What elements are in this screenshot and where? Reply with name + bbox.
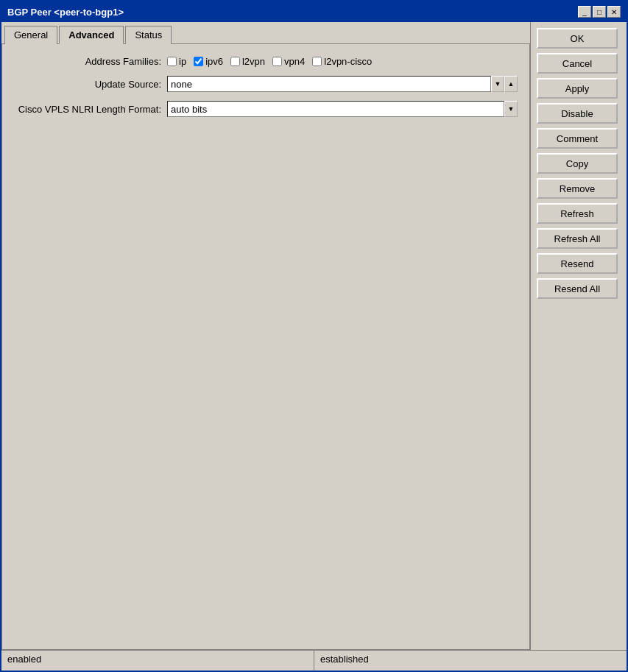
tab-content-advanced: Address Families: ip ipv6 l2vpn: [1, 43, 530, 650]
checkbox-ip-label: ip: [179, 56, 186, 67]
checkbox-l2vpn-cisco-input[interactable]: [312, 57, 322, 66]
close-button[interactable]: ✕: [607, 6, 621, 18]
checkbox-l2vpn-input[interactable]: [230, 57, 240, 66]
update-source-up-btn[interactable]: ▲: [504, 76, 518, 92]
cisco-vpls-label: Cisco VPLS NLRI Length Format:: [14, 104, 161, 115]
checkbox-l2vpn-cisco[interactable]: l2vpn-cisco: [312, 56, 372, 67]
checkbox-ipv6[interactable]: ipv6: [194, 56, 223, 67]
apply-button[interactable]: Apply: [537, 78, 618, 99]
checkbox-ipv6-input[interactable]: [194, 57, 203, 66]
resend-button[interactable]: Resend: [537, 253, 618, 274]
copy-button[interactable]: Copy: [537, 153, 618, 174]
address-families-row: Address Families: ip ipv6 l2vpn: [14, 56, 518, 67]
status-right: established: [314, 651, 627, 671]
cisco-vpls-select[interactable]: auto bits: [167, 101, 504, 117]
title-bar-buttons: _ □ ✕: [578, 6, 621, 18]
update-source-container: none ▼ ▲: [167, 76, 518, 92]
comment-button[interactable]: Comment: [537, 128, 618, 149]
disable-button[interactable]: Disable: [537, 103, 618, 124]
minimize-button[interactable]: _: [578, 6, 591, 18]
checkbox-ip[interactable]: ip: [167, 56, 186, 67]
cisco-vpls-row: Cisco VPLS NLRI Length Format: auto bits…: [14, 101, 518, 117]
checkbox-vpn4-input[interactable]: [272, 57, 282, 66]
checkbox-vpn4-label: vpn4: [284, 56, 305, 67]
cisco-vpls-container: auto bits ▼: [167, 101, 518, 117]
right-panel: OK Cancel Apply Disable Comment Copy Rem…: [531, 22, 627, 650]
ok-button[interactable]: OK: [537, 28, 618, 49]
checkbox-l2vpn-label: l2vpn: [242, 56, 265, 67]
status-bar: enabled established: [1, 650, 627, 671]
tab-status[interactable]: Status: [125, 26, 172, 44]
address-families-group: ip ipv6 l2vpn vpn4: [167, 56, 372, 67]
refresh-all-button[interactable]: Refresh All: [537, 228, 618, 249]
main-content: General Advanced Status Address Families…: [1, 22, 627, 650]
cisco-vpls-dropdown-btn[interactable]: ▼: [504, 101, 518, 117]
update-source-row: Update Source: none ▼ ▲: [14, 76, 518, 92]
status-left: enabled: [1, 651, 314, 671]
title-bar: BGP Peer <peer-to-bgp1> _ □ ✕: [1, 1, 627, 22]
update-source-select[interactable]: none: [167, 76, 491, 92]
tab-bar: General Advanced Status: [1, 22, 530, 43]
tab-advanced[interactable]: Advanced: [59, 26, 124, 44]
refresh-button[interactable]: Refresh: [537, 203, 618, 224]
checkbox-vpn4[interactable]: vpn4: [272, 56, 305, 67]
resend-all-button[interactable]: Resend All: [537, 278, 618, 299]
main-window: BGP Peer <peer-to-bgp1> _ □ ✕ General Ad…: [0, 0, 628, 672]
remove-button[interactable]: Remove: [537, 178, 618, 199]
window-title: BGP Peer <peer-to-bgp1>: [7, 7, 124, 18]
checkbox-ip-input[interactable]: [167, 57, 177, 66]
address-families-label: Address Families:: [14, 56, 161, 67]
checkbox-ipv6-label: ipv6: [205, 56, 223, 67]
content-area: [14, 126, 518, 637]
cancel-button[interactable]: Cancel: [537, 53, 618, 74]
maximize-button[interactable]: □: [593, 6, 606, 18]
tab-general[interactable]: General: [4, 26, 57, 44]
checkbox-l2vpn[interactable]: l2vpn: [230, 56, 265, 67]
update-source-label: Update Source:: [14, 79, 161, 90]
update-source-dropdown-btn[interactable]: ▼: [491, 76, 504, 92]
checkbox-l2vpn-cisco-label: l2vpn-cisco: [324, 56, 372, 67]
left-panel: General Advanced Status Address Families…: [1, 22, 531, 650]
